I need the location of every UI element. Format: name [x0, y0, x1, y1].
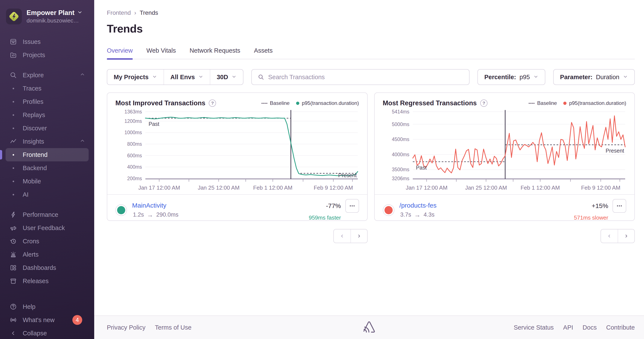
api-link[interactable]: API	[563, 324, 573, 331]
card-title: Most Regressed Transactions	[383, 99, 477, 107]
sidebar-item-frontend[interactable]: Frontend	[6, 148, 89, 161]
breadcrumb: Frontend › Trends	[107, 9, 635, 16]
active-indicator	[0, 150, 2, 159]
sidebar-group-insights[interactable]: Insights	[6, 135, 89, 148]
docs-link[interactable]: Docs	[582, 324, 597, 331]
more-options-button[interactable]	[345, 199, 359, 213]
sidebar-item-dashboards[interactable]: Dashboards	[6, 261, 89, 274]
chart-area: 5414ms5000ms4500ms4000ms3500ms3206msJan …	[375, 109, 634, 194]
sidebar-item-ai[interactable]: AI	[6, 188, 89, 201]
tab-network-requests[interactable]: Network Requests	[190, 47, 240, 59]
legend-baseline: Baseline	[528, 100, 557, 106]
tab-overview[interactable]: Overview	[107, 47, 133, 59]
chevron-down-icon	[152, 74, 157, 81]
tab-assets[interactable]: Assets	[254, 47, 272, 59]
chevron-up-icon	[80, 72, 85, 79]
svg-text:800ms: 800ms	[127, 141, 142, 147]
filter-bar: My Projects All Envs 30D Percentile: p95	[107, 69, 635, 85]
sidebar-item-crons[interactable]: Crons	[6, 235, 89, 248]
date-range-filter[interactable]: 30D	[210, 69, 243, 84]
previous-page-button[interactable]	[601, 229, 618, 243]
more-options-button[interactable]	[612, 199, 626, 213]
breadcrumb-separator-icon: ›	[134, 9, 136, 16]
broadcast-icon	[9, 316, 18, 324]
collapse-button[interactable]: Collapse	[6, 327, 89, 339]
sidebar-item-discover[interactable]: Discover	[6, 122, 89, 135]
sidebar-item-backend[interactable]: Backend	[6, 161, 89, 175]
chevron-down-icon	[623, 74, 628, 81]
org-switcher[interactable]: Empower Plant dominik.buszowiec…	[0, 6, 94, 28]
chevron-left-icon	[606, 233, 612, 239]
project-filter[interactable]: My Projects	[107, 69, 164, 84]
svg-text:600ms: 600ms	[127, 153, 142, 158]
privacy-policy-link[interactable]: Privacy Policy	[107, 324, 146, 331]
svg-text:Feb 9 12:00 AM: Feb 9 12:00 AM	[314, 184, 353, 191]
sidebar-nav-explore: Explore Traces Profiles Replays Discover…	[0, 68, 94, 201]
sidebar-item-replays[interactable]: Replays	[6, 108, 89, 122]
sidebar-item-user-feedback[interactable]: User Feedback	[6, 221, 89, 235]
next-page-button[interactable]	[350, 229, 367, 243]
svg-text:Past: Past	[148, 121, 159, 127]
card-header: Most Regressed Transactions ? Baseline p…	[375, 93, 634, 109]
service-status-link[interactable]: Service Status	[514, 324, 554, 331]
transaction-row: MainActivity 1.2s → 290.0ms -77%	[107, 194, 367, 221]
svg-text:4500ms: 4500ms	[392, 137, 409, 142]
sidebar-item-issues[interactable]: Issues	[6, 35, 89, 48]
svg-text:400ms: 400ms	[127, 164, 142, 170]
sidebar-item-performance[interactable]: Performance	[6, 208, 89, 221]
parameter-dropdown[interactable]: Parameter: Duration	[553, 69, 635, 85]
sidebar-item-mobile[interactable]: Mobile	[6, 175, 89, 188]
chart-legend: Baseline p95(transaction.duration)	[528, 100, 626, 106]
page-title: Trends	[107, 22, 635, 35]
regressed-trend-chart: 5414ms5000ms4500ms4000ms3500ms3206msJan …	[383, 109, 626, 194]
search-input[interactable]	[268, 74, 463, 81]
whats-new-badge: 4	[72, 315, 82, 325]
regressed-column: Most Regressed Transactions ? Baseline p…	[374, 92, 635, 243]
most-improved-card: Most Improved Transactions ? Baseline p9…	[107, 92, 368, 221]
org-subtitle: dominik.buszowiec…	[26, 17, 79, 24]
sidebar-item-alerts[interactable]: Alerts	[6, 248, 89, 261]
svg-text:Present: Present	[606, 148, 624, 154]
improved-pagination	[333, 229, 368, 243]
series-radio[interactable]	[383, 204, 394, 216]
svg-text:1363ms: 1363ms	[124, 109, 142, 114]
svg-text:200ms: 200ms	[127, 176, 142, 181]
search-box	[251, 69, 470, 85]
terms-of-use-link[interactable]: Terms of Use	[155, 324, 192, 331]
arrow-right-icon: →	[414, 211, 421, 219]
percentile-dropdown[interactable]: Percentile: p95	[478, 69, 545, 85]
legend-series: p95(transaction.duration)	[563, 100, 626, 106]
dashboard-grid-icon	[9, 264, 18, 271]
legend-baseline: Baseline	[262, 100, 290, 106]
contribute-link[interactable]: Contribute	[606, 324, 635, 331]
next-page-button[interactable]	[618, 229, 634, 243]
environment-filter[interactable]: All Envs	[164, 69, 210, 84]
ellipsis-icon	[349, 203, 356, 209]
question-icon[interactable]: ?	[209, 99, 216, 107]
sidebar-item-releases[interactable]: Releases	[6, 274, 89, 288]
sidebar-nav-collapse: Collapse	[0, 327, 94, 339]
sidebar-group-explore[interactable]: Explore	[6, 68, 89, 82]
bullet-icon	[9, 114, 18, 116]
transaction-link[interactable]: MainActivity	[132, 202, 178, 209]
bullet-icon	[9, 88, 18, 89]
bullet-icon	[9, 101, 18, 102]
breadcrumb-frontend[interactable]: Frontend	[107, 9, 131, 16]
transaction-row: /products-fes 3.7s → 4.3s +15%	[375, 194, 634, 221]
svg-text:Jan 17 12:00 AM: Jan 17 12:00 AM	[406, 184, 447, 191]
tab-web-vitals[interactable]: Web Vitals	[146, 47, 176, 59]
sidebar: Empower Plant dominik.buszowiec… Issues …	[0, 0, 94, 339]
sidebar-item-profiles[interactable]: Profiles	[6, 95, 89, 108]
question-icon[interactable]: ?	[480, 99, 488, 107]
sidebar-item-help[interactable]: Help	[6, 300, 89, 313]
chevron-left-icon	[9, 330, 18, 337]
sidebar-item-whats-new[interactable]: What's new 4	[6, 313, 89, 327]
sidebar-item-projects[interactable]: Projects	[6, 48, 89, 62]
insights-icon	[9, 138, 18, 145]
previous-page-button[interactable]	[334, 229, 350, 243]
sidebar-item-traces[interactable]: Traces	[6, 82, 89, 95]
chevron-down-icon	[232, 74, 236, 81]
series-radio[interactable]	[116, 204, 127, 216]
transaction-link[interactable]: /products-fes	[400, 202, 436, 209]
svg-text:Jan 25 12:00 AM: Jan 25 12:00 AM	[465, 184, 507, 191]
